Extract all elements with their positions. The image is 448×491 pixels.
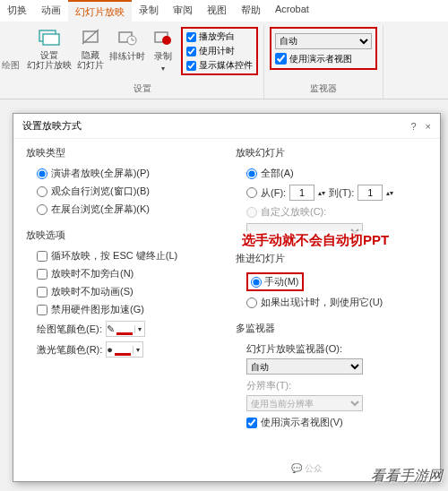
pen-color-picker[interactable]: ✎▾ [106, 321, 145, 337]
chk-timings-label: 使用计时 [199, 45, 235, 57]
laser-color-label: 激光笔颜色(R): [37, 343, 102, 357]
radio-browsed-input[interactable] [37, 186, 47, 197]
radio-presenter[interactable]: 演讲者放映(全屏幕)(P) [37, 167, 218, 180]
chk-disable-hw[interactable]: 禁用硬件图形加速(G) [37, 303, 218, 316]
radio-presenter-input[interactable] [37, 168, 47, 179]
dialog-left-col: 放映类型 演讲者放映(全屏幕)(P) 观众自行浏览(窗口)(B) 在展台浏览(全… [26, 146, 218, 442]
setup-show-dialog: 设置放映方式 ? × 放映类型 演讲者放映(全屏幕)(P) 观众自行浏览(窗口)… [13, 113, 441, 482]
ribbon-tabs: 切换 动画 幻灯片放映 录制 审阅 视图 帮助 Acrobat [0, 0, 448, 22]
radio-kiosk-label: 在展台浏览(全屏幕)(K) [51, 202, 150, 216]
hide-slide-label: 隐藏 幻灯片 [77, 50, 104, 70]
chk-timings-box[interactable] [186, 47, 196, 56]
chk-narration[interactable]: 播放旁白 [186, 30, 253, 43]
chk-presenter-box[interactable] [275, 53, 287, 65]
chk-narration-box[interactable] [186, 32, 196, 42]
laser-color-swatch [115, 343, 131, 356]
dialog-title: 设置放映方式 [22, 119, 82, 133]
close-icon[interactable]: × [426, 121, 431, 132]
pen-color-label: 绘图笔颜色(E): [37, 323, 102, 336]
monitor-select[interactable]: 自动 [275, 33, 372, 49]
show-slides-title: 放映幻灯片 [236, 146, 427, 159]
chk-presenter-view[interactable]: 使用演示者视图 [275, 53, 372, 65]
chk-no-narration-input[interactable] [37, 269, 47, 280]
rehearse-label: 排练计时 [109, 50, 145, 63]
radio-kiosk-input[interactable] [37, 204, 47, 215]
radio-custom-label: 自定义放映(C): [261, 205, 326, 219]
from-spin[interactable] [289, 185, 314, 201]
chk-use-presenter-input[interactable] [246, 418, 257, 428]
chk-media-box[interactable] [186, 61, 196, 71]
dialog-monitor-select[interactable]: 自动 [246, 358, 363, 375]
left-pane-label: 绘图 [0, 25, 22, 99]
chk-no-animation[interactable]: 放映时不加动画(S) [37, 285, 218, 298]
spinner-icon[interactable]: ▴▾ [386, 189, 393, 197]
pen-icon: ✎ [107, 323, 115, 335]
tab-record[interactable]: 录制 [132, 0, 166, 22]
hide-slide-icon [78, 27, 103, 48]
chk-media[interactable]: 显示媒体控件 [186, 59, 253, 72]
chk-media-label: 显示媒体控件 [199, 59, 253, 72]
radio-all-input[interactable] [246, 168, 257, 179]
ribbon-groups: 绘图 设置 幻灯片放映 隐藏 幻灯片 [0, 22, 448, 99]
radio-use-timings[interactable]: 如果出现计时，则使用它(U) [246, 296, 427, 309]
chk-disable-hw-label: 禁用硬件图形加速(G) [51, 303, 144, 316]
tab-slideshow[interactable]: 幻灯片放映 [68, 0, 132, 22]
radio-use-timings-label: 如果出现计时，则使用它(U) [261, 296, 383, 309]
chk-no-narration[interactable]: 放映时不加旁白(N) [37, 267, 218, 280]
svg-rect-1 [43, 34, 59, 45]
radio-all[interactable]: 全部(A) [246, 167, 427, 180]
pen-color-swatch [116, 323, 133, 335]
radio-from-row: 从(F): ▴▾ 到(T): ▴▾ [246, 185, 427, 201]
setup-slideshow-button[interactable]: 设置 幻灯片放映 [27, 27, 72, 75]
chk-presenter-label: 使用演示者视图 [289, 53, 352, 65]
radio-manual-row[interactable]: 手动(M) [246, 272, 427, 291]
radio-kiosk[interactable]: 在展台浏览(全屏幕)(K) [37, 202, 218, 216]
chevron-down-icon[interactable]: ▾ [134, 325, 144, 333]
help-icon[interactable]: ? [410, 121, 416, 132]
options-title: 放映选项 [26, 228, 218, 242]
dialog-body: 放映类型 演讲者放映(全屏幕)(P) 观众自行浏览(窗口)(B) 在展台浏览(全… [13, 139, 440, 449]
setup-slideshow-label: 设置 幻灯片放映 [27, 50, 72, 70]
chk-narration-label: 播放旁白 [199, 30, 235, 43]
rehearse-button[interactable]: 排练计时 [109, 27, 145, 75]
laser-color-picker[interactable]: ●▾ [106, 341, 143, 357]
radio-browsed-label: 观众自行浏览(窗口)(B) [51, 185, 150, 198]
radio-browsed[interactable]: 观众自行浏览(窗口)(B) [37, 185, 218, 198]
chk-no-animation-input[interactable] [37, 287, 47, 297]
radio-manual[interactable] [251, 277, 262, 288]
tab-review[interactable]: 审阅 [166, 0, 200, 22]
radio-use-timings-input[interactable] [246, 297, 257, 308]
group-monitors: 自动 使用演示者视图 监视器 [264, 25, 383, 99]
chk-disable-hw-input[interactable] [37, 305, 47, 315]
chevron-down-icon[interactable]: ▾ [133, 346, 142, 354]
radio-from[interactable] [246, 187, 257, 198]
radio-all-label: 全部(A) [261, 167, 294, 180]
tab-acrobat[interactable]: Acrobat [268, 0, 316, 22]
chk-loop[interactable]: 循环放映，按 ESC 键终止(L) [37, 249, 218, 263]
section-advance: 推进幻灯片 手动(M) 如果出现计时，则使用它(U) [236, 252, 427, 309]
chk-loop-input[interactable] [37, 251, 47, 262]
tab-help[interactable]: 帮助 [234, 0, 268, 22]
show-type-title: 放映类型 [26, 146, 218, 159]
chk-timings[interactable]: 使用计时 [186, 45, 253, 57]
record-button[interactable]: 录制 ▾ [151, 27, 176, 75]
to-spin[interactable] [358, 185, 383, 201]
spinner-icon[interactable]: ▴▾ [318, 189, 325, 197]
resolution-label: 分辨率(T): [246, 379, 291, 392]
rehearse-icon [115, 27, 140, 48]
hide-slide-button[interactable]: 隐藏 幻灯片 [77, 27, 104, 75]
tab-transitions[interactable]: 切换 [0, 0, 34, 22]
section-show-slides: 放映幻灯片 全部(A) 从(F): ▴▾ 到(T): ▴▾ 自定义放映(C): [236, 146, 427, 239]
chk-no-narration-label: 放映时不加旁白(N) [51, 267, 134, 280]
tab-animations[interactable]: 动画 [34, 0, 68, 22]
svg-point-9 [162, 36, 171, 45]
resolution-select: 使用当前分辨率 [246, 395, 363, 411]
record-label: 录制 [154, 50, 172, 63]
playback-checks: 播放旁白 使用计时 显示媒体控件 [181, 27, 258, 75]
section-options: 放映选项 循环放映，按 ESC 键终止(L) 放映时不加旁白(N) 放映时不加动… [26, 228, 218, 357]
chk-use-presenter[interactable]: 使用演示者视图(V) [246, 416, 427, 429]
dialog-titlebar: 设置放映方式 ? × [13, 114, 440, 139]
annotation-callout: 选手动就不会自动切PPT [240, 231, 391, 250]
tab-view[interactable]: 视图 [200, 0, 234, 22]
site-watermark: 看看手游网 [371, 467, 443, 486]
